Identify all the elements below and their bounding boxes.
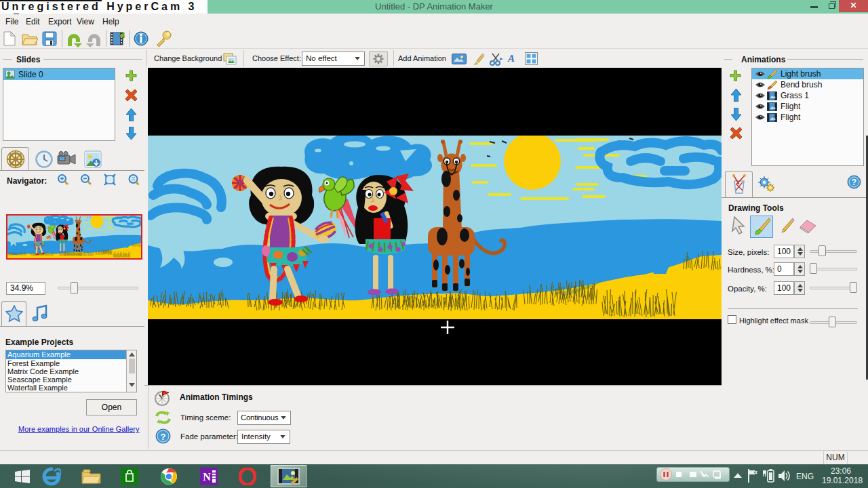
svg-text:?: ?: [852, 178, 856, 187]
svg-text:N: N: [203, 471, 211, 483]
svg-text:?: ?: [161, 432, 166, 442]
